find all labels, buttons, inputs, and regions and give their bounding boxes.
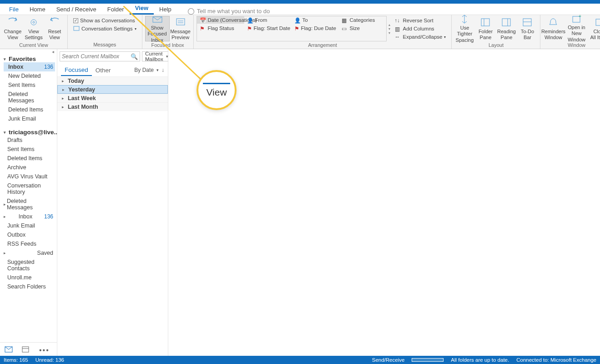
mail-icon[interactable] [5,346,13,353]
nav-item-deleted-items[interactable]: Deleted Items [4,105,55,114]
reset-view-button[interactable]: Reset View [45,16,65,41]
favorites-header[interactable]: ▾Favorites [4,56,55,62]
nav-item-drafts[interactable]: Drafts [4,136,55,145]
nav-item-suggested-contacts[interactable]: Suggested Contacts [4,258,55,273]
folder-pane-button[interactable]: Folder Pane [475,16,495,41]
nav-item-sent-items[interactable]: Sent Items [4,145,55,154]
svg-rect-9 [502,19,510,26]
message-preview-button[interactable]: Message Preview [171,16,191,41]
close-all-button[interactable]: Close All Items [590,16,600,41]
nav-item-inbox[interactable]: Inbox136 [4,62,55,71]
change-view-button[interactable]: Change View [3,16,23,41]
nav-item-unroll.me[interactable]: Unroll.me [4,273,55,282]
tab-other[interactable]: Other [92,65,115,76]
nav-item-deleted-items[interactable]: Deleted Items [4,154,55,163]
add-columns-icon: ▥ [395,26,401,31]
menu-folder[interactable]: Folder [102,4,130,15]
nav-item-rss-feeds[interactable]: RSS Feeds [4,239,55,248]
chevron-down-icon: ▾ [4,57,6,61]
arrange-categories-button[interactable]: ▦Categories [339,16,386,24]
arrange-flagstart-button[interactable]: ⚑Flag: Start Date [244,25,292,32]
group-focused: Show Focused Inbox Message Preview Focus… [142,15,194,49]
account-header[interactable]: ▾triciagoss@live.... [4,129,55,136]
sort-by-label: By Date [134,67,154,73]
chevron-down-icon: ▾ [135,27,136,31]
group-last-week[interactable]: ▸Last Week [57,94,168,102]
conversation-settings-button[interactable]: Conversation Settings ▾ [71,25,139,32]
add-columns-button[interactable]: ▥Add Columns [392,25,449,32]
tell-me-text: Tell me what you want to do [197,8,270,15]
nav-item-junk-email[interactable]: Junk Email [4,114,55,123]
show-focused-inbox-button[interactable]: Show Focused Inbox [145,16,170,41]
search-box[interactable]: 🔍 [60,51,140,61]
nav-item-avg-virus-vault[interactable]: AVG Virus Vault [4,172,55,181]
search-input[interactable] [62,53,131,60]
nav-item-sent-items[interactable]: Sent Items [4,81,55,90]
gallery-down-icon[interactable]: ▾ [388,27,390,31]
arrange-to-button[interactable]: 👤To [292,16,339,24]
gallery-more-icon[interactable]: ▾ [388,31,390,35]
search-scope-dropdown[interactable]: Current Mailbox [142,51,170,61]
group-focused-label: Focused Inbox [145,41,191,49]
collapse-nav-button[interactable]: ◂ [0,49,57,54]
group-last-month[interactable]: ▸Last Month [57,102,168,111]
svg-rect-15 [596,19,600,25]
sort-by-button[interactable]: By Date▾↓ [134,67,164,73]
reading-pane-button[interactable]: Reading Pane [496,16,516,41]
menu-help[interactable]: Help [154,4,177,15]
status-uptodate: All folders are up to date. [451,357,509,363]
nav-item-archive[interactable]: Archive [4,163,55,172]
todo-bar-button[interactable]: To-Do Bar [517,16,537,41]
svg-rect-17 [22,347,29,352]
show-as-conversations-label: Show as Conversations [80,18,135,23]
status-sendreceive: Send/Receive [372,357,405,363]
flag-icon: ⚑ [247,25,252,31]
size-icon: ▭ [342,25,348,31]
tell-me-search[interactable]: Tell me what you want to do [188,8,270,15]
tighter-spacing-icon [458,14,471,24]
nav-item-conversation-history[interactable]: Conversation History [4,181,55,197]
arrange-size-button[interactable]: ▭Size [339,25,386,32]
menu-view[interactable]: View [130,3,154,15]
tab-focused[interactable]: Focused [61,65,92,76]
nav-item-deleted-messages[interactable]: ▸Deleted Messages [4,197,55,212]
arrange-flagdue-button[interactable]: ⚑Flag: Due Date [292,25,339,32]
arrange-date-button[interactable]: 📅Date (Conversations) [197,16,244,24]
arrange-flagstatus-button[interactable]: ⚑Flag Status [197,25,244,32]
reverse-sort-button[interactable]: ↑↓Reverse Sort [392,17,449,24]
folder-nav: ◂ ▾Favorites Inbox136New DeletedSent Ite… [0,49,57,356]
account-label: triciagoss@live.... [9,129,57,136]
from-icon: 👤 [247,17,253,23]
reading-pane [168,49,600,356]
arrange-from-button[interactable]: 👤From [244,16,292,24]
nav-item-new-deleted[interactable]: New Deleted [4,71,55,81]
tighter-spacing-button[interactable]: Use Tighter Spacing [454,16,474,41]
nav-item-outbox[interactable]: Outbox [4,230,55,239]
nav-item-saved[interactable]: ▸Saved [4,248,55,258]
menu-sendreceive[interactable]: Send / Receive [51,4,102,15]
nav-item-junk-email[interactable]: Junk Email [4,221,55,230]
open-new-window-button[interactable]: +Open in New Window [564,16,589,41]
show-focused-inbox-label: Show Focused Inbox [146,25,169,43]
add-columns-label: Add Columns [403,26,434,31]
arrange-from-label: From [255,17,267,23]
menu-home[interactable]: Home [24,4,51,15]
more-icon[interactable]: ••• [39,346,47,353]
nav-item-deleted-messages[interactable]: Deleted Messages [4,90,55,105]
calendar-icon[interactable] [22,346,30,353]
group-arrangement-label: Arrangement [197,41,449,49]
group-today[interactable]: ▸Today [57,76,168,85]
search-icon[interactable]: 🔍 [131,53,138,60]
nav-item-inbox[interactable]: ▸Inbox136 [4,212,55,221]
expand-collapse-button[interactable]: ↔Expand/Collapse ▾ [392,33,449,40]
menu-file[interactable]: File [4,4,24,15]
status-progress [412,358,444,362]
reset-view-label: Reset View [48,29,61,40]
gallery-up-icon[interactable]: ▴ [388,23,390,27]
reminders-window-button[interactable]: Reminders Window [543,16,563,41]
nav-item-search-folders[interactable]: Search Folders [4,282,55,291]
group-yesterday[interactable]: ▸Yesterday [57,85,168,94]
view-settings-button[interactable]: View Settings [24,16,44,41]
bell-icon [547,17,560,28]
show-as-conversations-check[interactable]: ✓ Show as Conversations [71,17,139,24]
